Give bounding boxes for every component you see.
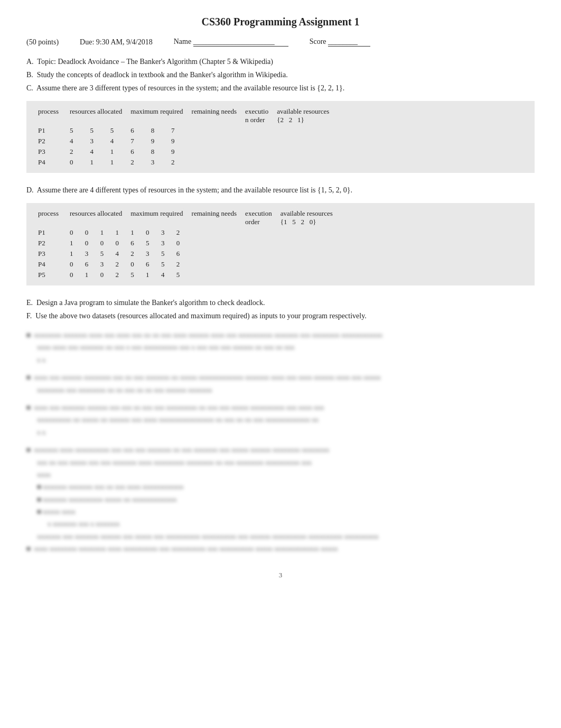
max-cell: 5	[126, 270, 142, 280]
max-cell: 4	[157, 270, 172, 280]
alloc-cell: 0	[66, 270, 81, 280]
alloc-cell: 0	[81, 227, 96, 238]
max-cell: 3	[147, 157, 167, 168]
max-cell: 8	[147, 125, 167, 136]
avail-cell	[273, 136, 333, 146]
table-row: P3241689	[34, 146, 333, 157]
instruction-b: B. Study the concepts of deadlock in tex…	[26, 69, 535, 80]
max-cell: 2	[172, 259, 188, 270]
process-cell: P5	[34, 270, 66, 280]
alloc-cell: 5	[96, 248, 111, 259]
max-cell: 3	[157, 238, 172, 248]
table-row: P313542356	[34, 248, 337, 259]
remaining-cell	[188, 146, 241, 157]
process-cell: P1	[34, 125, 66, 136]
alloc-cell: 5	[106, 125, 126, 136]
col2-max-req: maximum required	[126, 208, 187, 227]
instruction-d: D. Assume there are 4 different types of…	[26, 185, 535, 196]
exec-order-cell	[241, 248, 276, 259]
exec-order-cell	[241, 136, 273, 146]
table1: process resources allocated maximum requ…	[34, 106, 333, 168]
avail-cell	[273, 125, 333, 136]
max-cell: 0	[172, 238, 188, 248]
alloc-cell: 3	[86, 136, 106, 146]
max-cell: 7	[126, 136, 146, 146]
col2-exec-order: executionorder	[241, 208, 276, 227]
avail-cell	[276, 248, 337, 259]
col-exec-order: execution order	[241, 106, 273, 125]
alloc-cell: 4	[111, 248, 126, 259]
max-cell: 2	[167, 157, 187, 168]
col-process: process	[34, 106, 66, 125]
process-cell: P2	[34, 136, 66, 146]
process-cell: P1	[34, 227, 66, 238]
remaining-cell	[188, 259, 241, 270]
avail-cell	[276, 270, 337, 280]
col2-process: process	[34, 208, 66, 227]
header-row: (50 points) Due: 9:30 AM, 9/4/2018 Name …	[26, 38, 535, 47]
max-cell: 5	[157, 248, 172, 259]
table-row: P501025145	[34, 270, 337, 280]
process-cell: P3	[34, 146, 66, 157]
remaining-cell	[188, 238, 241, 248]
alloc-cell: 1	[111, 227, 126, 238]
alloc-cell: 0	[66, 227, 81, 238]
alloc-cell: 4	[66, 136, 86, 146]
instructions-ef: E. Design a Java program to simulate the…	[26, 297, 535, 321]
alloc-cell: 1	[66, 248, 81, 259]
max-cell: 6	[126, 238, 142, 248]
alloc-cell: 5	[66, 125, 86, 136]
alloc-cell: 0	[81, 238, 96, 248]
col-max-req: maximum required	[126, 106, 187, 125]
process-cell: P2	[34, 238, 66, 248]
blurred-section-2: ■ xxxx xxx xxxxxxx xxxxxx xxx xxx xx xxx…	[26, 401, 535, 438]
remaining-cell	[188, 136, 241, 146]
alloc-cell: 1	[66, 238, 81, 248]
points-label: (50 points)	[26, 38, 59, 47]
instructions-abc: A. Topic: Deadlock Avoidance – The Banke…	[26, 56, 535, 94]
table2-section: process resources allocated maximum requ…	[26, 203, 535, 285]
max-cell: 2	[126, 248, 142, 259]
col2-avail: available resources{1 5 2 0}	[276, 208, 337, 227]
table-row: P2434799	[34, 136, 333, 146]
instruction-d-text: D. Assume there are 4 different types of…	[26, 185, 535, 196]
table-row: P1555687	[34, 125, 333, 136]
process-cell: P4	[34, 157, 66, 168]
max-cell: 5	[157, 259, 172, 270]
instruction-f: F. Use the above two datasets (resources…	[26, 310, 535, 321]
remaining-cell	[188, 157, 241, 168]
table-row: P406320652	[34, 259, 337, 270]
alloc-cell: 4	[86, 146, 106, 157]
exec-order-cell	[241, 270, 276, 280]
max-cell: 7	[167, 125, 187, 136]
process-cell: P3	[34, 248, 66, 259]
col-avail: available resources{2 2 1}	[273, 106, 333, 125]
alloc-cell: 2	[111, 259, 126, 270]
exec-order-cell	[241, 259, 276, 270]
alloc-cell: 1	[106, 157, 126, 168]
due-label: Due: 9:30 AM, 9/4/2018	[80, 38, 153, 47]
alloc-cell: 0	[66, 259, 81, 270]
alloc-cell: 5	[86, 125, 106, 136]
alloc-cell: 3	[81, 248, 96, 259]
page-title: CS360 Programming Assignment 1	[26, 16, 535, 28]
alloc-cell: 1	[106, 146, 126, 157]
max-cell: 1	[142, 270, 157, 280]
avail-cell	[273, 157, 333, 168]
instruction-a: A. Topic: Deadlock Avoidance – The Banke…	[26, 56, 535, 67]
alloc-cell: 0	[96, 238, 111, 248]
max-cell: 9	[167, 136, 187, 146]
process-cell: P4	[34, 259, 66, 270]
avail-cell	[276, 259, 337, 270]
max-cell: 0	[126, 259, 142, 270]
col-resources-alloc: resources allocated	[66, 106, 126, 125]
max-cell: 2	[126, 157, 146, 168]
table-row: P210006530	[34, 238, 337, 248]
alloc-cell: 0	[96, 270, 111, 280]
table-row: P4011232	[34, 157, 333, 168]
alloc-cell: 1	[81, 270, 96, 280]
table1-section: process resources allocated maximum requ…	[26, 101, 535, 173]
blurred-section-3: ■ xxxxxxx xxxx xxxxxxxxxx xxx xxx xxx xx…	[26, 444, 535, 555]
remaining-cell	[188, 125, 241, 136]
exec-order-cell	[241, 157, 273, 168]
